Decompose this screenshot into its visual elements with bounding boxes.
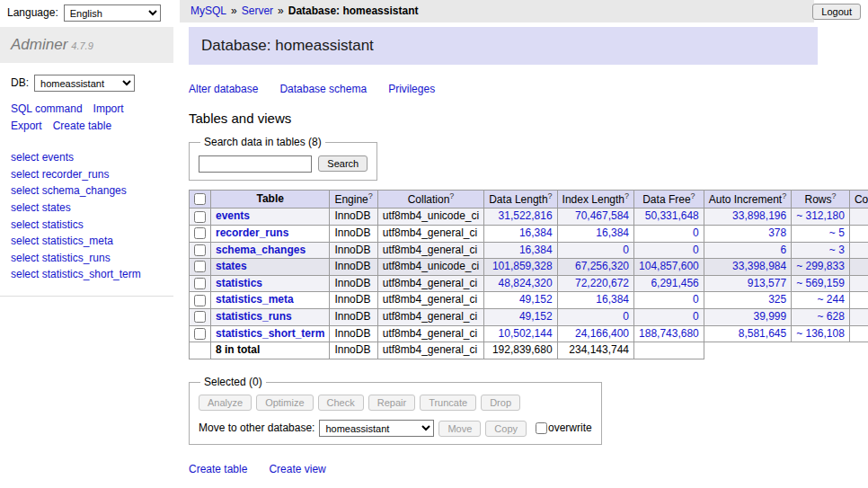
db-select[interactable]: homeassistant: [34, 75, 135, 92]
rows-link[interactable]: ~ 244: [818, 293, 845, 306]
check-button[interactable]: Check: [318, 395, 364, 411]
create-link[interactable]: Create view: [269, 463, 325, 475]
column-hint-link[interactable]: ?: [624, 191, 629, 200]
table-name-link[interactable]: states: [216, 260, 247, 272]
search-input[interactable]: [199, 155, 312, 173]
breadcrumb-server-link[interactable]: Server: [242, 4, 273, 19]
data-free-link[interactable]: 6,291,456: [651, 277, 698, 289]
select-all-checkbox[interactable]: [194, 193, 206, 205]
index-length-link[interactable]: 0: [623, 310, 629, 323]
sidebar-link[interactable]: Export: [11, 120, 42, 134]
data-free-link[interactable]: 0: [693, 244, 699, 256]
auto-increment-link[interactable]: 378: [768, 226, 786, 239]
column-hint-link[interactable]: ?: [449, 191, 454, 200]
rows-link[interactable]: ~ 628: [818, 310, 845, 323]
rows-link[interactable]: ~ 569,159: [796, 277, 845, 289]
column-hint-link[interactable]: ?: [782, 191, 786, 200]
rows-link[interactable]: ~ 299,833: [796, 260, 845, 272]
index-length-link[interactable]: 67,256,320: [575, 260, 629, 272]
data-length-link[interactable]: 10,502,144: [499, 327, 553, 340]
index-length-link[interactable]: 70,467,584: [575, 209, 629, 222]
data-free-link[interactable]: 104,857,600: [639, 260, 699, 272]
db-action-link[interactable]: Database schema: [279, 83, 367, 95]
table-name-link[interactable]: events: [216, 209, 250, 222]
data-length-link[interactable]: 101,859,328: [492, 260, 553, 272]
sidebar-table-link[interactable]: select statistics_short_term: [11, 268, 163, 282]
column-hint-link[interactable]: ?: [691, 191, 695, 200]
index-length-link[interactable]: 16,384: [596, 226, 629, 239]
row-checkbox[interactable]: [194, 227, 206, 239]
sidebar-table-link[interactable]: select statistics: [11, 218, 163, 233]
rows-link[interactable]: ~ 136,108: [796, 327, 845, 340]
rows-link[interactable]: ~ 5: [829, 226, 845, 239]
overwrite-checkbox[interactable]: [536, 422, 547, 434]
data-length-link[interactable]: 48,824,320: [499, 277, 553, 289]
column-hint-link[interactable]: ?: [832, 191, 837, 200]
rows-link[interactable]: ~ 312,180: [796, 209, 845, 222]
data-free-link[interactable]: 50,331,648: [645, 209, 699, 222]
index-length-link[interactable]: 24,166,400: [575, 327, 629, 340]
row-checkbox[interactable]: [194, 311, 206, 323]
db-action-link[interactable]: Privileges: [388, 83, 435, 95]
create-link[interactable]: Create table: [189, 463, 247, 475]
row-checkbox[interactable]: [194, 244, 206, 256]
sidebar-link[interactable]: SQL command: [11, 102, 83, 117]
sidebar-table-link[interactable]: select statistics_runs: [11, 252, 163, 266]
data-length-link[interactable]: 49,152: [519, 293, 553, 306]
logout-button[interactable]: Logout: [812, 4, 861, 20]
row-checkbox[interactable]: [194, 278, 206, 289]
data-length-link[interactable]: 16,384: [519, 244, 553, 256]
sidebar-link[interactable]: Import: [93, 102, 124, 117]
row-checkbox[interactable]: [194, 295, 206, 306]
sidebar-table-link[interactable]: select events: [11, 151, 163, 165]
data-free-link[interactable]: 0: [693, 226, 699, 239]
sidebar-link[interactable]: Create table: [53, 120, 111, 134]
data-length-link[interactable]: 49,152: [519, 310, 553, 323]
table-name-link[interactable]: statistics: [216, 277, 262, 289]
search-button[interactable]: Search: [318, 155, 368, 172]
auto-increment-link[interactable]: 913,577: [748, 277, 786, 289]
data-free-link[interactable]: 0: [693, 293, 699, 306]
repair-button[interactable]: Repair: [368, 395, 415, 411]
data-free-link[interactable]: 188,743,680: [639, 327, 699, 340]
table-name-link[interactable]: statistics_short_term: [216, 327, 324, 340]
column-hint-link[interactable]: ?: [548, 191, 553, 200]
adminer-logo-link[interactable]: Adminer4.7.9: [11, 36, 93, 53]
row-checkbox[interactable]: [194, 328, 206, 340]
data-length-link[interactable]: 31,522,816: [499, 209, 553, 222]
data-length-link[interactable]: 16,384: [519, 226, 553, 239]
language-select[interactable]: English: [64, 4, 161, 22]
table-name-link[interactable]: statistics_runs: [216, 310, 292, 323]
rows-link[interactable]: ~ 3: [829, 244, 845, 256]
move-button[interactable]: Move: [438, 421, 481, 437]
index-length-link[interactable]: 16,384: [596, 293, 629, 306]
row-checkbox[interactable]: [194, 211, 206, 223]
sidebar-table-link[interactable]: select statistics_meta: [11, 235, 163, 249]
row-checkbox[interactable]: [194, 261, 206, 272]
breadcrumb-mysql-link[interactable]: MySQL: [190, 4, 226, 19]
copy-button[interactable]: Copy: [485, 421, 527, 437]
db-action-link[interactable]: Alter database: [189, 83, 258, 95]
table-name-link[interactable]: schema_changes: [216, 244, 306, 256]
sidebar-table-link[interactable]: select schema_changes: [11, 184, 163, 199]
optimize-button[interactable]: Optimize: [256, 395, 313, 411]
tables-tbody: events InnoDB utf8mb4_unicode_ci 31,522,…: [190, 209, 868, 342]
analyze-button[interactable]: Analyze: [199, 395, 252, 411]
drop-button[interactable]: Drop: [481, 395, 520, 411]
sidebar-table-link[interactable]: select states: [11, 201, 163, 216]
truncate-button[interactable]: Truncate: [420, 395, 476, 411]
auto-increment-link[interactable]: 325: [768, 293, 786, 306]
index-length-link[interactable]: 72,220,672: [575, 277, 629, 289]
column-hint-link[interactable]: ?: [368, 191, 373, 200]
auto-increment-link[interactable]: 6: [780, 244, 786, 256]
auto-increment-link[interactable]: 39,999: [753, 310, 786, 323]
auto-increment-link[interactable]: 8,581,645: [739, 327, 786, 340]
data-free-link[interactable]: 0: [693, 310, 699, 323]
sidebar-table-link[interactable]: select recorder_runs: [11, 168, 163, 182]
index-length-link[interactable]: 0: [623, 244, 629, 256]
table-name-link[interactable]: statistics_meta: [216, 293, 294, 306]
move-db-select[interactable]: homeassistant: [319, 420, 434, 437]
auto-increment-link[interactable]: 33,898,196: [732, 209, 786, 222]
auto-increment-link[interactable]: 33,398,984: [732, 260, 786, 272]
table-name-link[interactable]: recorder_runs: [216, 226, 288, 239]
